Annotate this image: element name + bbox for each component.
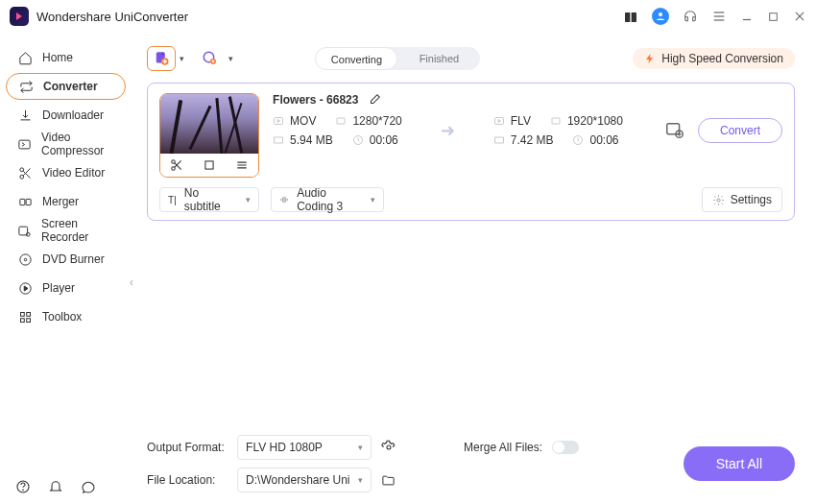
open-folder-icon[interactable] [381,473,396,488]
add-url-button[interactable] [196,46,225,71]
high-speed-label: High Speed Conversion [661,52,783,65]
sidebar-item-converter[interactable]: Converter [6,73,126,100]
svg-rect-42 [337,118,345,124]
sidebar: Home Converter Downloader Video Compress… [0,33,132,504]
svg-rect-24 [26,312,30,316]
rename-icon[interactable] [368,93,381,107]
add-url-dropdown[interactable]: ▾ [228,54,233,63]
convert-button[interactable]: Convert [698,118,782,143]
file-location-select[interactable]: D:\Wondershare UniConverter 1▾ [237,468,372,492]
output-format-label: Output Format: [147,441,228,454]
svg-rect-41 [275,118,283,125]
app-logo [10,7,29,26]
sidebar-item-label: Toolbox [42,310,82,324]
cut-icon[interactable] [170,158,183,172]
svg-rect-17 [26,199,31,204]
high-speed-conversion-button[interactable]: High Speed Conversion [633,48,795,69]
sidebar-item-label: DVD Burner [42,252,105,266]
svg-rect-47 [667,124,680,134]
add-file-button[interactable] [147,46,176,71]
sidebar-item-label: Home [42,51,73,64]
close-button[interactable] [793,10,806,23]
file-location-label: File Location: [147,473,228,487]
status-tabs: Converting Finished [315,47,480,70]
sidebar-item-dvd-burner[interactable]: DVD Burner [6,246,126,273]
output-format-select[interactable]: FLV HD 1080P▾ [237,435,372,460]
sidebar-item-player[interactable]: Player [6,275,126,301]
bell-icon[interactable] [48,479,63,494]
converter-icon [18,80,34,94]
sidebar-item-toolbox[interactable]: Toolbox [6,303,126,330]
crop-icon[interactable] [203,158,216,172]
sidebar-item-screen-recorder[interactable]: Screen Recorder [6,217,126,244]
sidebar-item-downloader[interactable]: Downloader [6,102,126,129]
svg-rect-45 [552,118,560,124]
file-card: Flowers - 66823 MOV 1280*720 5.94 MB [147,83,795,221]
file-title: Flowers - 66823 [273,93,358,107]
svg-point-28 [23,490,24,491]
svg-rect-2 [630,12,631,22]
arrow-icon: ➜ [441,120,455,141]
app-title: Wondershare UniConverter [36,10,188,24]
subtitle-select[interactable]: T|No subtitle▾ [159,187,259,212]
output-settings-gear-icon[interactable] [381,440,396,455]
home-icon [17,51,33,65]
sidebar-item-video-editor[interactable]: Video Editor [6,159,126,186]
svg-point-3 [659,12,662,16]
collapse-sidebar-button[interactable]: ‹ [124,269,139,296]
sidebar-item-label: Video Editor [42,166,105,180]
svg-rect-26 [26,318,30,322]
sidebar-item-label: Converter [43,80,98,93]
add-file-dropdown[interactable]: ▾ [180,54,184,63]
svg-rect-8 [770,12,778,20]
minimize-button[interactable] [740,10,754,23]
headset-icon[interactable] [683,9,698,24]
play-icon [17,281,33,296]
start-all-button[interactable]: Start All [684,446,795,481]
svg-point-12 [19,167,23,171]
merge-all-label: Merge All Files: [464,441,542,454]
sidebar-item-label: Downloader [42,108,104,122]
svg-point-13 [19,175,23,179]
sidebar-item-label: Merger [42,195,79,208]
record-icon [17,224,32,238]
svg-rect-37 [205,161,213,169]
sidebar-item-merger[interactable]: Merger [6,188,126,215]
disc-icon [17,252,33,267]
video-thumbnail[interactable] [160,94,258,154]
sidebar-item-label: Player [42,281,75,295]
svg-rect-16 [19,199,24,204]
maximize-button[interactable] [767,11,780,23]
sidebar-item-label: Screen Recorder [41,217,114,244]
feedback-icon[interactable] [81,479,96,494]
sidebar-item-compressor[interactable]: Video Compressor [6,131,126,157]
svg-point-21 [24,258,27,261]
tab-converting[interactable]: Converting [315,47,397,70]
svg-point-55 [387,445,391,449]
compress-icon [17,137,32,152]
toolbox-icon [17,310,33,324]
help-icon[interactable] [15,479,31,494]
svg-point-20 [19,253,30,264]
settings-button[interactable]: Settings [702,187,782,212]
sidebar-item-home[interactable]: Home [6,44,126,71]
source-info: MOV 1280*720 5.94 MB 00:06 [273,114,402,147]
merge-icon [17,195,33,209]
merge-all-switch[interactable] [552,441,579,454]
svg-rect-25 [20,318,24,322]
avatar[interactable] [652,8,669,25]
audio-select[interactable]: Audio Coding 3▾ [271,187,384,212]
svg-point-54 [717,198,720,201]
scissors-icon [17,166,33,180]
svg-rect-44 [494,118,503,125]
sidebar-item-label: Video Compressor [41,131,114,157]
menu-icon[interactable] [711,9,727,24]
gift-icon[interactable] [623,9,638,24]
target-info: FLV 1920*1080 7.42 MB 00:06 [493,114,623,147]
thumbnail-container [159,93,259,178]
svg-rect-23 [20,312,24,316]
effect-icon[interactable] [235,158,249,172]
output-settings-icon[interactable] [661,117,688,144]
download-icon [17,108,33,123]
tab-finished[interactable]: Finished [397,47,480,70]
